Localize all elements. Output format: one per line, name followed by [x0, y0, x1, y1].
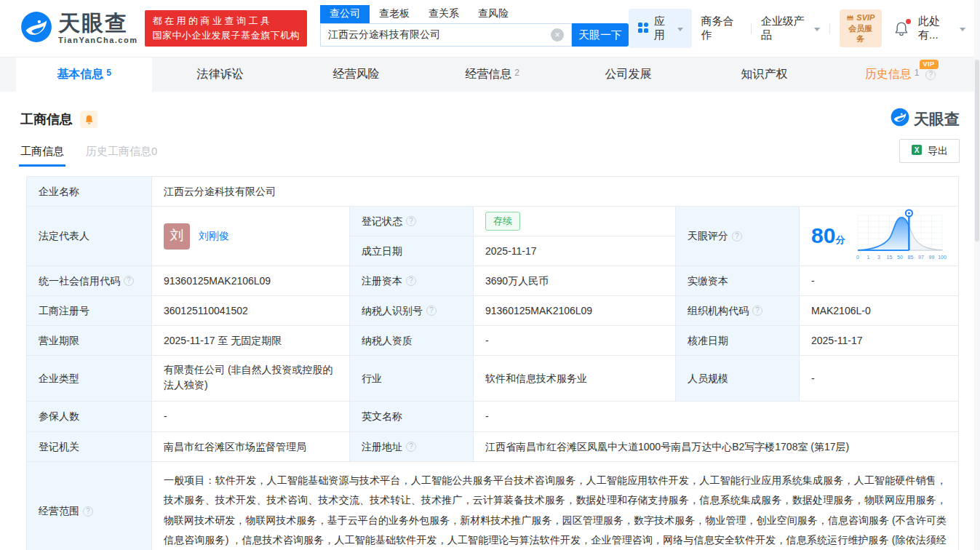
field-label: 实缴资本: [676, 266, 800, 296]
help-icon[interactable]: ?: [406, 276, 416, 286]
tab-operating-info[interactable]: 经营信息 2: [424, 57, 560, 92]
search-input[interactable]: 江西云分途科技有限公司 ×: [320, 23, 572, 47]
svg-text:0: 0: [856, 255, 859, 260]
status-badge: 存续: [485, 212, 520, 231]
taxpayer-id-value: 91360125MAK2106L09: [474, 296, 676, 326]
reg-number-value: 360125110041502: [152, 296, 350, 326]
tab-label: 知识产权: [741, 67, 788, 82]
tab-label: 基本信息: [57, 67, 103, 82]
svg-text:99: 99: [929, 255, 935, 260]
help-icon[interactable]: ?: [925, 70, 936, 80]
score-distribution-chart: 0 1 3 15 50 85 97 99 100: [853, 207, 947, 266]
field-label: 参保人数: [27, 402, 152, 432]
search-tab-boss[interactable]: 查老板: [370, 5, 419, 23]
help-icon[interactable]: ?: [83, 506, 93, 517]
help-icon[interactable]: ?: [124, 276, 134, 286]
user-menu-label: 此处有...: [918, 15, 956, 42]
apps-grid-icon: [637, 22, 649, 36]
crown-icon: [846, 12, 854, 23]
help-icon[interactable]: ?: [426, 306, 437, 316]
approval-date-value: 2025-11-17: [800, 326, 958, 356]
chevron-down-icon: [814, 28, 820, 31]
search-button[interactable]: 天眼一下: [572, 23, 629, 47]
tianyancha-logo[interactable]: 天眼查 TianYanCha.com: [20, 11, 138, 46]
score-unit: 分: [835, 234, 845, 245]
help-icon[interactable]: ?: [406, 216, 416, 226]
export-label: 导出: [928, 145, 948, 158]
field-label: 天眼评分?: [676, 207, 800, 266]
reg-address-value: 江西省南昌市红谷滩区凤凰中大道1000号南昌万达中心B2写字楼1708室 (第1…: [474, 432, 958, 462]
section-title: 工商信息: [20, 111, 73, 128]
business-term-value: 2025-11-17 至 无固定期限: [152, 326, 350, 356]
help-icon[interactable]: ?: [752, 306, 762, 316]
user-menu[interactable]: 此处有...: [918, 15, 965, 42]
apps-menu[interactable]: 应用: [629, 9, 692, 48]
search-tab-company[interactable]: 查公司: [320, 5, 370, 23]
notification-bell[interactable]: [894, 20, 909, 36]
field-label: 纳税人资质: [350, 326, 474, 356]
tab-label: 公司发展: [605, 67, 652, 82]
tab-company-development[interactable]: 公司发展: [560, 57, 696, 92]
promo-line1: 都在用的商业查询工具: [152, 14, 300, 28]
tab-count: 5: [106, 68, 111, 78]
search-tab-relation[interactable]: 查关系: [419, 5, 469, 23]
tab-basic-info[interactable]: 基本信息 5: [16, 57, 152, 92]
tab-legal-proceedings[interactable]: 法律诉讼: [152, 57, 288, 92]
establish-date-value: 2025-11-17: [474, 236, 676, 266]
subtab-history-business-info[interactable]: 历史工商信息0: [86, 145, 157, 167]
excel-icon: X: [911, 144, 923, 158]
search-input-value: 江西云分途科技有限公司: [328, 28, 440, 41]
watermark-logo: 天眼查: [891, 108, 960, 130]
score-cell[interactable]: 80分: [800, 207, 958, 266]
svip-sub-label: 会员服务: [846, 23, 876, 45]
watermark-text: 天眼查: [914, 109, 960, 129]
tab-intellectual-property[interactable]: 知识产权: [696, 57, 832, 92]
help-icon[interactable]: ?: [406, 442, 416, 452]
field-label: 行业: [350, 356, 474, 402]
svg-text:3: 3: [877, 255, 880, 260]
tab-history-info[interactable]: 历史信息 1 ? VIP: [832, 57, 968, 92]
field-label: 登记机关: [27, 432, 152, 462]
subtab-business-info[interactable]: 工商信息: [20, 145, 64, 167]
svip-member-badge[interactable]: SVIP 会员服务: [840, 9, 883, 48]
chevron-down-icon: [960, 28, 965, 31]
avatar[interactable]: 刘: [164, 223, 190, 250]
business-scope-value: 一般项目：软件开发，人工智能基础资源与技术平台，人工智能公共服务平台技术咨询服务…: [152, 462, 958, 550]
legal-rep-link[interactable]: 刘刚俊: [199, 228, 229, 244]
search-tabs: 查公司 查老板 查关系 查风险: [320, 5, 629, 23]
company-type-value: 有限责任公司 (非自然人投资或控股的法人独资): [152, 356, 350, 402]
subscribe-bell-icon[interactable]: [80, 111, 97, 128]
credit-code-value: 91360125MAK2106L09: [152, 266, 350, 296]
page-scrollbar[interactable]: [974, 0, 980, 550]
promo-badge: 都在用的商业查询工具 国家中小企业发展子基金旗下机构: [145, 10, 307, 47]
svg-text:97: 97: [918, 255, 924, 260]
business-info-table: 企业名称 江西云分途科技有限公司 法定代表人 刘 刘刚俊 登记状态? 存续 成立…: [26, 176, 959, 550]
nav-cooperation[interactable]: 商务合作: [701, 15, 741, 42]
top-nav: 应用 商务合作 企业级产品 SVIP 会员服务: [629, 9, 965, 48]
vip-badge: VIP: [920, 60, 939, 69]
search-tab-risk[interactable]: 查风险: [469, 5, 518, 23]
scrollbar-thumb[interactable]: [975, 60, 979, 242]
tianyancha-swirl-icon: [20, 11, 52, 46]
clear-icon[interactable]: ×: [551, 28, 564, 41]
svg-text:100: 100: [939, 255, 947, 260]
field-label: 注册地址?: [350, 432, 474, 462]
field-label: 法定代表人: [27, 207, 152, 266]
notification-dot: [906, 19, 911, 24]
field-label: 组织机构代码?: [676, 296, 800, 326]
help-icon[interactable]: ?: [732, 231, 742, 242]
svg-text:15: 15: [887, 255, 893, 260]
field-label: 登记状态?: [350, 207, 474, 236]
staff-size-value: -: [800, 356, 958, 402]
english-name-value: -: [474, 402, 958, 432]
field-label: 成立日期: [350, 236, 474, 266]
tab-label: 经营信息: [465, 67, 511, 82]
field-label: 经营范围?: [27, 462, 152, 550]
tab-operating-risk[interactable]: 经营风险: [288, 57, 424, 92]
tab-count: 2: [514, 68, 519, 78]
field-label: 工商注册号: [27, 296, 152, 326]
company-tabbar: 基本信息 5 法律诉讼 经营风险 经营信息 2 公司发展 知识产权 历史信息 1…: [0, 57, 980, 92]
nav-enterprise-products[interactable]: 企业级产品: [761, 15, 820, 42]
subtabs-row: 工商信息 历史工商信息0 X 导出: [20, 145, 960, 167]
export-button[interactable]: X 导出: [899, 139, 960, 163]
